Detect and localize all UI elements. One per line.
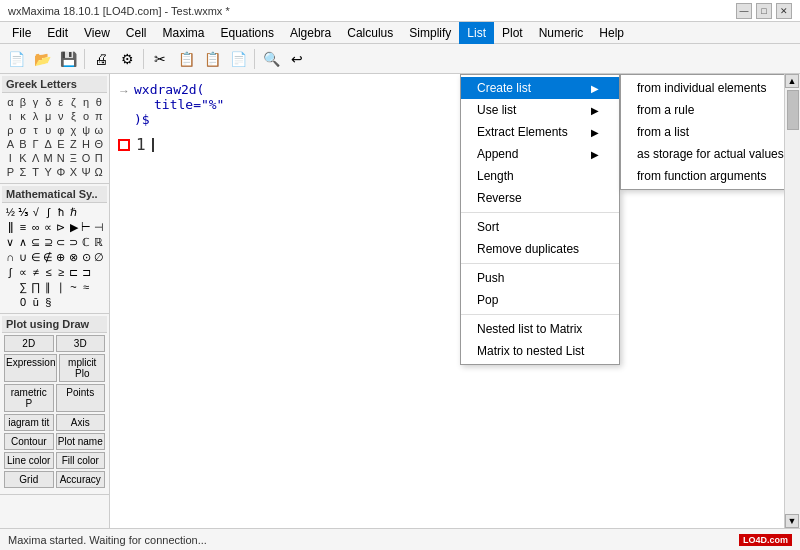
plot-button[interactable]: Grid (4, 471, 54, 488)
minimize-button[interactable]: — (736, 3, 752, 19)
menu-equations[interactable]: Equations (213, 22, 282, 44)
greek-letter[interactable]: Ι (4, 151, 17, 165)
open-button[interactable]: 📂 (30, 47, 54, 71)
plot-button[interactable]: Fill color (56, 452, 106, 469)
dropdown-create-list[interactable]: Create list ▶ (461, 77, 619, 99)
greek-letter[interactable]: ν (55, 109, 68, 123)
submenu-individual[interactable]: from individual elements (621, 77, 784, 99)
undo-button[interactable]: ↩ (285, 47, 309, 71)
greek-letter[interactable]: κ (17, 109, 30, 123)
scroll-down-button[interactable]: ▼ (785, 514, 799, 528)
submenu-list[interactable]: from a list (621, 121, 784, 143)
math-symbol[interactable]: § (42, 295, 55, 309)
plot-button[interactable]: 2D (4, 335, 54, 352)
math-symbol[interactable]: ∫ (4, 265, 17, 280)
dropdown-remove-duplicates[interactable]: Remove duplicates (461, 238, 619, 260)
plot-button[interactable]: Plot name (56, 433, 106, 450)
greek-letter[interactable]: Φ (55, 165, 68, 179)
greek-letter[interactable]: ο (80, 109, 93, 123)
plot-button[interactable]: iagram tit (4, 414, 54, 431)
math-symbol[interactable]: ℂ (80, 235, 93, 250)
greek-letter[interactable]: ξ (67, 109, 80, 123)
dropdown-extract-elements[interactable]: Extract Elements ▶ (461, 121, 619, 143)
math-symbol[interactable]: ∉ (42, 250, 55, 265)
math-symbol[interactable] (92, 205, 105, 220)
greek-letter[interactable]: θ (92, 95, 105, 109)
greek-letter[interactable]: Μ (42, 151, 55, 165)
greek-letter[interactable]: Λ (29, 151, 42, 165)
dropdown-length[interactable]: Length (461, 165, 619, 187)
greek-letter[interactable]: β (17, 95, 30, 109)
greek-letter[interactable]: Ρ (4, 165, 17, 179)
greek-letter[interactable]: λ (29, 109, 42, 123)
math-symbol[interactable]: ⊇ (42, 235, 55, 250)
greek-letter[interactable]: τ (29, 123, 42, 137)
math-symbol[interactable]: ∪ (17, 250, 30, 265)
math-symbol[interactable] (92, 280, 105, 295)
menu-help[interactable]: Help (591, 22, 632, 44)
plot-button[interactable]: rametric P (4, 384, 54, 412)
content-area[interactable]: → wxdraw2d( title="%" )$ 1 Create list ▶ (110, 74, 784, 528)
greek-letter[interactable]: ι (4, 109, 17, 123)
dropdown-pop[interactable]: Pop (461, 289, 619, 311)
greek-letter[interactable]: Ω (92, 165, 105, 179)
math-symbol[interactable] (92, 265, 105, 280)
greek-letter[interactable]: ζ (67, 95, 80, 109)
math-symbol[interactable]: ⊗ (67, 250, 80, 265)
search-button[interactable]: 🔍 (259, 47, 283, 71)
math-symbol[interactable]: ǁ (4, 220, 17, 235)
math-symbol[interactable]: ∞ (30, 220, 43, 235)
scroll-thumb[interactable] (787, 90, 799, 130)
math-symbol[interactable]: ≡ (17, 220, 30, 235)
greek-letter[interactable]: ε (55, 95, 68, 109)
math-symbol[interactable]: ℝ (92, 235, 105, 250)
plot-button[interactable]: Contour (4, 433, 54, 450)
math-symbol[interactable]: ▶ (67, 220, 80, 235)
math-symbol[interactable]: ∥ (42, 280, 55, 295)
scroll-up-button[interactable]: ▲ (785, 74, 799, 88)
plot-button[interactable]: 3D (56, 335, 106, 352)
dropdown-matrix-to-nested[interactable]: Matrix to nested List (461, 340, 619, 362)
cut-button[interactable]: ✂ (148, 47, 172, 71)
math-symbol[interactable]: ħ (55, 205, 68, 220)
greek-letter[interactable]: χ (67, 123, 80, 137)
menu-edit[interactable]: Edit (39, 22, 76, 44)
math-symbol[interactable]: ⅓ (17, 205, 30, 220)
math-symbol[interactable]: ½ (4, 205, 17, 220)
greek-letter[interactable]: φ (55, 123, 68, 137)
math-symbol[interactable]: ⊙ (80, 250, 93, 265)
greek-letter[interactable]: Θ (92, 137, 105, 151)
maximize-button[interactable]: □ (756, 3, 772, 19)
greek-letter[interactable]: Κ (17, 151, 30, 165)
dropdown-sort[interactable]: Sort (461, 216, 619, 238)
greek-letter[interactable]: Τ (29, 165, 42, 179)
math-symbol[interactable]: ∫ (42, 205, 55, 220)
math-symbol[interactable]: √ (30, 205, 43, 220)
math-symbol[interactable]: ∣ (55, 280, 68, 295)
settings-button[interactable]: ⚙ (115, 47, 139, 71)
greek-letter[interactable]: Ο (80, 151, 93, 165)
math-symbol[interactable]: ū (30, 295, 43, 309)
math-symbol[interactable]: ⊢ (80, 220, 93, 235)
math-symbol[interactable]: ≥ (55, 265, 68, 280)
menu-simplify[interactable]: Simplify (401, 22, 459, 44)
math-symbol[interactable]: ∅ (92, 250, 105, 265)
greek-letter[interactable]: Α (4, 137, 17, 151)
close-button[interactable]: ✕ (776, 3, 792, 19)
greek-letter[interactable]: Σ (17, 165, 30, 179)
math-symbol[interactable]: ∏ (30, 280, 43, 295)
greek-letter[interactable]: Δ (42, 137, 55, 151)
math-symbol[interactable]: ∝ (17, 265, 30, 280)
math-symbol[interactable] (4, 280, 17, 295)
save-button[interactable]: 💾 (56, 47, 80, 71)
math-symbol[interactable]: ⊃ (67, 235, 80, 250)
menu-plot[interactable]: Plot (494, 22, 531, 44)
greek-letter[interactable]: γ (29, 95, 42, 109)
math-symbol[interactable] (80, 205, 93, 220)
math-symbol[interactable]: ~ (67, 280, 80, 295)
math-symbol[interactable]: ≠ (30, 265, 43, 280)
math-symbol[interactable]: ⊂ (55, 235, 68, 250)
math-symbol[interactable]: ∈ (30, 250, 43, 265)
math-symbol[interactable]: ∩ (4, 250, 17, 265)
greek-letter[interactable]: ψ (80, 123, 93, 137)
